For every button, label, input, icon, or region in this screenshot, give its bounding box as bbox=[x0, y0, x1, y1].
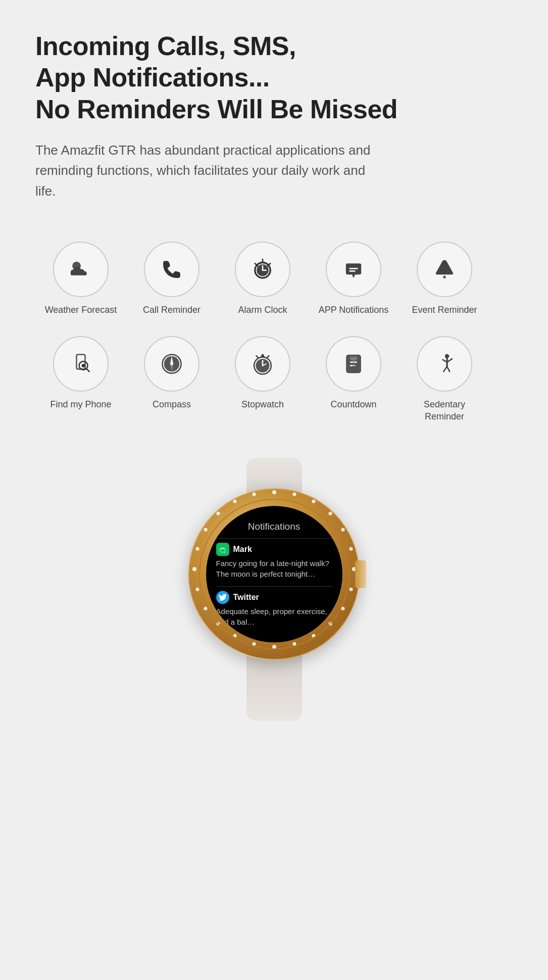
icon-item-compass: Compass bbox=[126, 326, 217, 428]
weather-forecast-label: Weather Forecast bbox=[45, 304, 117, 316]
watch-crown bbox=[355, 561, 366, 588]
countdown-icon bbox=[340, 350, 367, 378]
svg-point-58 bbox=[252, 642, 256, 646]
find-phone-icon bbox=[67, 350, 94, 378]
wechat-sender: Mark bbox=[233, 545, 252, 554]
svg-point-50 bbox=[349, 547, 353, 551]
svg-line-42 bbox=[443, 367, 447, 372]
call-reminder-label: Call Reminder bbox=[143, 304, 201, 316]
svg-line-30 bbox=[267, 356, 269, 358]
twitter-icon bbox=[216, 591, 229, 604]
svg-line-43 bbox=[447, 367, 450, 372]
icon-circle-sedentary bbox=[417, 336, 472, 392]
svg-point-47 bbox=[312, 500, 315, 503]
notification-wechat: Mark Fancy going for a late-night walk? … bbox=[216, 543, 332, 579]
notifications-icon bbox=[340, 256, 367, 283]
icon-item-sedentary-reminder: Sedentary Reminder bbox=[399, 326, 490, 428]
weather-icon bbox=[67, 256, 94, 283]
wechat-header: Mark bbox=[216, 543, 332, 556]
stopwatch-label: Stopwatch bbox=[241, 399, 284, 410]
svg-point-45 bbox=[272, 490, 276, 494]
icon-circle-alarm bbox=[235, 242, 290, 297]
event-icon bbox=[431, 256, 458, 283]
divider-2 bbox=[216, 586, 332, 587]
wechat-icon bbox=[216, 543, 229, 556]
svg-point-17 bbox=[82, 364, 85, 367]
svg-point-63 bbox=[192, 567, 196, 571]
event-reminder-label: Event Reminder bbox=[412, 304, 477, 316]
svg-point-12 bbox=[443, 276, 445, 278]
svg-line-16 bbox=[86, 369, 89, 372]
stopwatch-icon bbox=[249, 350, 276, 378]
icon-circle-event bbox=[417, 242, 472, 297]
app-notifications-label: APP Notifications bbox=[319, 304, 389, 316]
svg-point-56 bbox=[292, 642, 296, 646]
icon-item-app-notifications: APP Notifications bbox=[308, 231, 399, 321]
icon-item-weather-forecast: Weather Forecast bbox=[35, 231, 126, 321]
icons-row-2: Find my Phone Compass bbox=[35, 326, 513, 428]
icon-circle-countdown bbox=[326, 336, 381, 392]
svg-point-22 bbox=[170, 363, 173, 365]
svg-point-57 bbox=[272, 645, 276, 649]
icon-circle-weather bbox=[53, 242, 109, 297]
headline: Incoming Calls, SMS, App Notifications..… bbox=[35, 30, 513, 125]
svg-point-46 bbox=[292, 493, 296, 496]
icon-circle-compass bbox=[144, 336, 200, 392]
icon-circle-notifications bbox=[326, 242, 381, 297]
icon-circle-call bbox=[144, 242, 200, 297]
svg-point-52 bbox=[349, 588, 353, 591]
notification-twitter: Twitter Adequate sleep, proper exercise,… bbox=[216, 591, 332, 627]
watch-case: Notifications bbox=[188, 488, 360, 660]
watch-outer: Notifications bbox=[168, 458, 380, 721]
headline-line1: Incoming Calls, SMS, bbox=[35, 31, 296, 61]
svg-point-67 bbox=[233, 500, 236, 503]
svg-point-49 bbox=[341, 528, 344, 532]
svg-point-65 bbox=[204, 528, 207, 532]
svg-point-64 bbox=[195, 547, 199, 551]
svg-point-28 bbox=[261, 354, 264, 357]
icon-circle-find-phone bbox=[53, 336, 109, 392]
watch-section: Notifications bbox=[35, 458, 513, 721]
alarm-icon bbox=[249, 256, 276, 283]
icon-item-stopwatch: Stopwatch bbox=[217, 326, 308, 428]
call-icon bbox=[158, 256, 185, 283]
twitter-message: Adequate sleep, proper exercise, and a b… bbox=[216, 606, 332, 627]
svg-point-62 bbox=[195, 588, 199, 591]
twitter-header: Twitter bbox=[216, 591, 332, 604]
page: Incoming Calls, SMS, App Notifications..… bbox=[0, 0, 548, 751]
wechat-message: Fancy going for a late-night walk? The m… bbox=[216, 558, 332, 579]
compass-label: Compass bbox=[153, 399, 191, 410]
find-my-phone-label: Find my Phone bbox=[50, 399, 111, 410]
headline-line3: No Reminders Will Be Missed bbox=[35, 95, 397, 124]
notifications-title: Notifications bbox=[216, 521, 332, 532]
icons-row-1: Weather Forecast Call Reminder bbox=[35, 231, 513, 321]
icon-item-event-reminder: Event Reminder bbox=[399, 231, 490, 321]
divider-1 bbox=[216, 538, 332, 539]
band-bottom bbox=[246, 655, 302, 721]
icon-item-alarm-clock: Alarm Clock bbox=[217, 231, 308, 321]
headline-line2: App Notifications... bbox=[35, 63, 270, 92]
icon-item-find-my-phone: Find my Phone bbox=[35, 326, 126, 428]
watch-screen: Notifications bbox=[206, 506, 342, 642]
twitter-sender: Twitter bbox=[233, 593, 259, 602]
svg-marker-11 bbox=[352, 274, 356, 278]
svg-point-68 bbox=[252, 493, 256, 496]
sedentary-icon bbox=[431, 350, 458, 378]
svg-point-66 bbox=[216, 512, 220, 516]
subtext: The Amazfit GTR has abundant practical a… bbox=[35, 140, 389, 201]
icon-item-call-reminder: Call Reminder bbox=[126, 231, 217, 321]
svg-point-48 bbox=[328, 512, 332, 516]
compass-icon bbox=[158, 350, 185, 378]
sedentary-reminder-label: Sedentary Reminder bbox=[404, 399, 485, 423]
icon-item-countdown: Countdown bbox=[308, 326, 399, 428]
countdown-label: Countdown bbox=[330, 399, 376, 410]
screen-content: Notifications bbox=[206, 506, 342, 642]
icons-section: Weather Forecast Call Reminder bbox=[35, 231, 513, 428]
icon-circle-stopwatch bbox=[235, 336, 290, 392]
svg-line-29 bbox=[256, 356, 258, 358]
alarm-clock-label: Alarm Clock bbox=[238, 304, 287, 316]
